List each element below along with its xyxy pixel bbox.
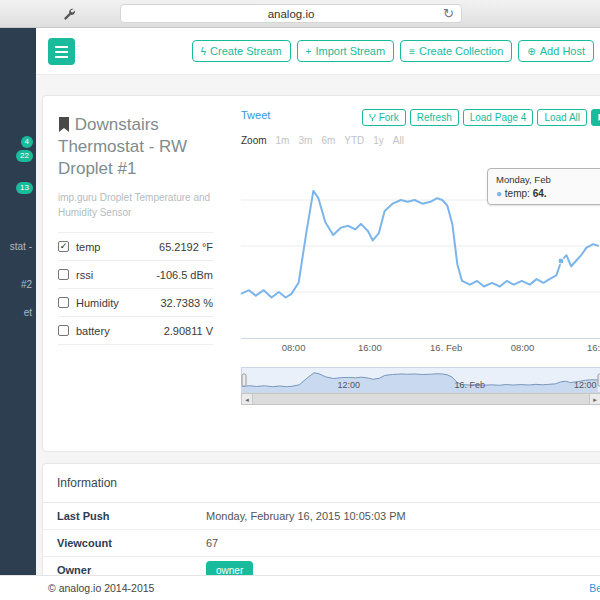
field-row-humidity[interactable]: Humidity 32.7383 % bbox=[58, 288, 213, 316]
checkbox-temp[interactable]: ✓ bbox=[58, 241, 69, 252]
sidebar: 4 22 13 stat - #2 et bbox=[0, 28, 36, 575]
info-label: Viewcount bbox=[43, 537, 206, 549]
stream-title-text: Downstairs Thermostat - RW Droplet #1 bbox=[58, 115, 187, 178]
chart-scrollbar[interactable]: ◂ ▸ bbox=[241, 393, 600, 405]
refresh-icon[interactable]: ↻ bbox=[443, 6, 454, 21]
zoom-option-1m[interactable]: 1m bbox=[276, 135, 290, 146]
hamburger-icon bbox=[55, 46, 68, 48]
footer-link[interactable]: Be bbox=[589, 582, 600, 594]
x-axis-label: 16:00 bbox=[587, 342, 600, 353]
scroll-left-arrow-icon[interactable]: ◂ bbox=[241, 393, 253, 405]
import-stream-label: Import Stream bbox=[315, 45, 385, 57]
viewcount-value: 67 bbox=[206, 537, 218, 549]
series-dot-icon: ● bbox=[496, 188, 502, 199]
chart-toolbar: Tweet Fork Refresh Load Page 4 Load All bbox=[241, 109, 600, 126]
refresh-button[interactable]: Refresh bbox=[410, 109, 459, 126]
tooltip-series-row: ● temp: 64. bbox=[496, 188, 600, 199]
fork-icon bbox=[369, 113, 376, 122]
x-axis-label: 16:00 bbox=[358, 342, 382, 353]
zoom-option-1y[interactable]: 1y bbox=[373, 135, 384, 146]
topbar-actions: ϟ Create Stream + Import Stream ≡ Create… bbox=[192, 40, 594, 62]
url-text: analog.io bbox=[268, 8, 315, 20]
zoom-option-3m[interactable]: 3m bbox=[298, 135, 312, 146]
x-axis: 08:00 16:00 16. Feb 08:00 16:00 bbox=[241, 339, 600, 355]
zoom-label: Zoom bbox=[241, 135, 267, 146]
load-page-button[interactable]: Load Page 4 bbox=[463, 109, 534, 126]
add-host-button[interactable]: ⊕ Add Host bbox=[518, 40, 594, 62]
field-value: 2.90811 V bbox=[164, 325, 213, 337]
field-row-battery[interactable]: battery 2.90811 V bbox=[58, 316, 213, 344]
scroll-right-arrow-icon[interactable]: ▸ bbox=[589, 393, 600, 405]
stream-description: imp.guru Droplet Temperature and Humidit… bbox=[58, 191, 213, 220]
zoom-option-ytd[interactable]: YTD bbox=[344, 135, 364, 146]
load-page-label: Load Page 4 bbox=[470, 112, 527, 123]
menu-toggle-button[interactable] bbox=[48, 38, 75, 65]
last-push-value: Monday, February 16, 2015 10:05:03 PM bbox=[206, 510, 406, 522]
globe-icon: ⊕ bbox=[527, 46, 535, 57]
info-row-last-push: Last Push Monday, February 16, 2015 10:0… bbox=[43, 503, 600, 530]
checkbox-battery[interactable] bbox=[58, 325, 69, 336]
import-stream-button[interactable]: + Import Stream bbox=[297, 40, 395, 62]
field-value: 32.7383 % bbox=[160, 297, 213, 309]
load-all-label: Load All bbox=[544, 112, 580, 123]
navigator-label: 16. Feb bbox=[454, 380, 485, 390]
refresh-label: Refresh bbox=[417, 112, 452, 123]
wrench-icon[interactable] bbox=[62, 7, 76, 21]
lightning-icon: ϟ bbox=[201, 46, 206, 57]
field-row-rssi[interactable]: rssi -106.5 dBm bbox=[58, 260, 213, 288]
scrollbar-track[interactable] bbox=[253, 393, 589, 405]
field-name: temp bbox=[76, 241, 100, 253]
browser-chrome: analog.io ↻ bbox=[0, 0, 600, 28]
sidebar-item-stream[interactable]: stat - bbox=[10, 241, 32, 252]
checkbox-humidity[interactable] bbox=[58, 297, 69, 308]
field-row-temp[interactable]: ✓ temp 65.2192 °F bbox=[58, 232, 213, 260]
fork-button[interactable]: Fork bbox=[362, 109, 406, 126]
field-list: ✓ temp 65.2192 °F rssi -106.5 dBm Humidi… bbox=[58, 232, 213, 345]
temperature-chart[interactable]: Monday, Feb ● temp: 64. bbox=[241, 154, 600, 339]
field-value: -106.5 dBm bbox=[156, 269, 213, 281]
field-name: rssi bbox=[76, 269, 93, 281]
navigator-label: 12:00 bbox=[337, 380, 360, 390]
page-footer: © analog.io 2014-2015 Be bbox=[0, 575, 600, 600]
field-value: 65.2192 °F bbox=[159, 241, 213, 253]
bookmark-stream-button[interactable] bbox=[591, 109, 600, 126]
chart-panel: Tweet Fork Refresh Load Page 4 Load All bbox=[239, 96, 600, 451]
list-icon: ≡ bbox=[409, 46, 415, 57]
sidebar-item-stream[interactable]: et bbox=[24, 307, 32, 318]
address-bar[interactable]: analog.io ↻ bbox=[120, 4, 462, 23]
load-all-button[interactable]: Load All bbox=[537, 109, 587, 126]
tweet-button[interactable]: Tweet bbox=[241, 109, 270, 121]
info-row-viewcount: Viewcount 67 bbox=[43, 530, 600, 557]
field-name: battery bbox=[76, 325, 110, 337]
scrollbar-thumb[interactable] bbox=[253, 394, 589, 404]
create-stream-button[interactable]: ϟ Create Stream bbox=[192, 40, 291, 62]
chart-actions: Fork Refresh Load Page 4 Load All bbox=[362, 109, 600, 126]
hover-marker bbox=[558, 257, 565, 264]
x-axis-label: 16. Feb bbox=[430, 342, 462, 353]
stream-title: Downstairs Thermostat - RW Droplet #1 bbox=[58, 114, 213, 179]
plus-icon: + bbox=[306, 46, 312, 57]
navigator-area-path bbox=[242, 373, 598, 392]
sidebar-item-stream[interactable]: #2 bbox=[21, 279, 32, 290]
add-host-label: Add Host bbox=[540, 45, 585, 57]
checkbox-rssi[interactable] bbox=[58, 269, 69, 280]
field-name: Humidity bbox=[76, 297, 119, 309]
zoom-option-6m[interactable]: 6m bbox=[321, 135, 335, 146]
tooltip-date: Monday, Feb bbox=[496, 174, 600, 185]
topbar: ϟ Create Stream + Import Stream ≡ Create… bbox=[36, 28, 600, 75]
stream-count-badge: 4 bbox=[21, 136, 33, 148]
x-axis-label: 08:00 bbox=[282, 342, 306, 353]
chart-navigator[interactable]: 12:00 16. Feb 12:00 bbox=[241, 367, 600, 393]
copyright-text: © analog.io 2014-2015 bbox=[48, 582, 154, 594]
zoom-option-all[interactable]: All bbox=[393, 135, 404, 146]
stream-card: Downstairs Thermostat - RW Droplet #1 im… bbox=[42, 95, 600, 452]
chart-tooltip: Monday, Feb ● temp: 64. bbox=[487, 168, 600, 205]
navigator-left-handle[interactable] bbox=[241, 374, 246, 387]
create-collection-button[interactable]: ≡ Create Collection bbox=[400, 40, 512, 62]
navigator-label: 12:00 bbox=[574, 380, 597, 390]
stream-count-badge: 22 bbox=[16, 150, 33, 162]
information-title: Information bbox=[43, 464, 600, 503]
info-label: Last Push bbox=[43, 510, 206, 522]
stream-meta-panel: Downstairs Thermostat - RW Droplet #1 im… bbox=[43, 96, 239, 451]
bookmark-icon bbox=[58, 115, 75, 134]
